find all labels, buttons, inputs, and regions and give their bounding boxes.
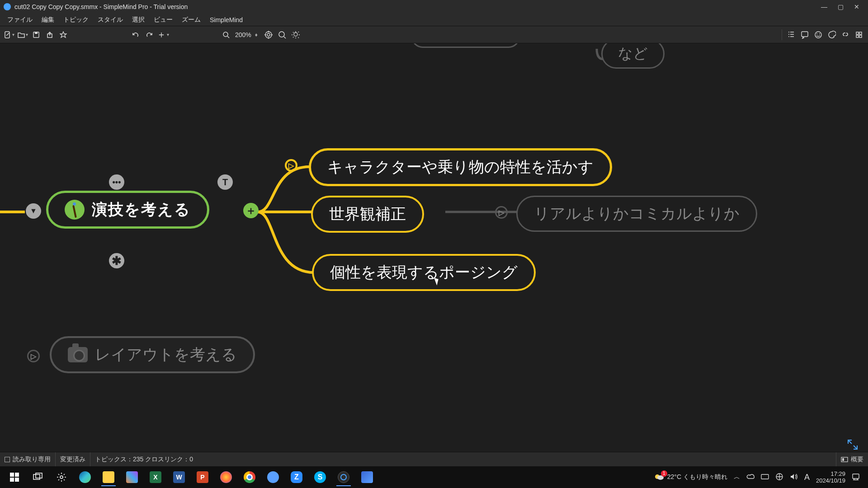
svg-rect-18: [842, 458, 844, 461]
node-label: 個性を表現するポージング: [330, 262, 518, 283]
mail-app[interactable]: [264, 468, 282, 486]
svg-rect-13: [856, 32, 859, 34]
edge-app[interactable]: [76, 468, 94, 486]
node-dim-top[interactable]: など: [601, 43, 665, 69]
favorite-button[interactable]: [58, 29, 69, 40]
windows-taskbar: X W P Z S 1 22°C くもり時々晴れ ︿ A 17:29 2024/…: [0, 466, 868, 488]
simplemind-app[interactable]: [335, 468, 353, 486]
start-button[interactable]: [5, 468, 24, 486]
node-child-3[interactable]: 個性を表現するポージング: [312, 254, 536, 291]
tray-clock[interactable]: 17:29 2024/10/19: [816, 470, 845, 484]
handle-play-dim-bottom[interactable]: ▷: [27, 350, 40, 362]
zoom-icon[interactable]: [221, 29, 231, 40]
node-child-2[interactable]: 世界観補正: [311, 196, 424, 233]
person-icon: [65, 200, 85, 220]
powerpoint-app[interactable]: P: [193, 468, 212, 486]
node-child-1[interactable]: キャラクターや乗り物の特性を活かす: [309, 148, 612, 186]
menu-edit[interactable]: 編集: [37, 15, 59, 25]
app-colorful[interactable]: [123, 468, 141, 486]
outline-panel-button[interactable]: [786, 29, 797, 40]
menu-simplemind[interactable]: SimpleMind: [205, 15, 247, 24]
zoom-level[interactable]: 200%: [235, 31, 251, 38]
svg-point-8: [294, 33, 297, 36]
menu-select[interactable]: 選択: [127, 15, 149, 25]
chrome-app[interactable]: [241, 468, 259, 486]
node-root[interactable]: 演技を考える: [46, 191, 209, 229]
minimize-button[interactable]: —: [821, 4, 827, 10]
weather-text: 22°C くもり時々晴れ: [667, 473, 727, 481]
zoom-app[interactable]: Z: [288, 468, 306, 486]
handle-more[interactable]: •••: [109, 174, 124, 190]
tray-network-icon[interactable]: [775, 473, 783, 482]
menu-bar: ファイル 編集 トピック スタイル 選択 ビュー ズーム SimpleMind: [0, 14, 868, 26]
tray-keyboard-icon[interactable]: [761, 474, 769, 481]
svg-rect-19: [10, 473, 14, 477]
node-label: リアルよりかコミカルよりか: [534, 203, 740, 224]
menu-topic[interactable]: トピック: [59, 15, 93, 25]
target-button[interactable]: [263, 29, 274, 40]
style-panel-button[interactable]: [854, 29, 864, 40]
skype-app[interactable]: S: [311, 468, 329, 486]
svg-rect-21: [10, 478, 14, 482]
handle-text[interactable]: T: [217, 174, 233, 190]
link-panel-button[interactable]: [840, 29, 851, 40]
open-folder-button[interactable]: [17, 29, 28, 40]
svg-point-11: [816, 33, 817, 34]
handle-add-child[interactable]: ＋: [243, 203, 259, 218]
maximize-button[interactable]: ▢: [837, 4, 844, 10]
explorer-app[interactable]: [99, 468, 118, 486]
settings-app[interactable]: [52, 468, 71, 486]
tray-chevron-icon[interactable]: ︿: [734, 473, 740, 481]
tray-notifications-icon[interactable]: [852, 473, 860, 482]
svg-point-10: [815, 32, 821, 38]
svg-rect-16: [859, 35, 862, 38]
svg-rect-15: [856, 35, 859, 38]
search-button[interactable]: [277, 29, 288, 40]
status-readonly[interactable]: 読み取り専用: [0, 452, 56, 466]
notes-panel-button[interactable]: [799, 29, 810, 40]
emoji-panel-button[interactable]: [813, 29, 824, 40]
mindmap-canvas[interactable]: など 演技を考える ••• T ✱ ▼ ＋ キャラクターや乗り物の特性を活かす …: [0, 43, 868, 474]
task-view-button[interactable]: [29, 468, 47, 486]
menu-view[interactable]: ビュー: [149, 15, 177, 25]
word-app[interactable]: W: [170, 468, 188, 486]
menu-zoom[interactable]: ズーム: [177, 15, 205, 25]
handle-play[interactable]: ▷: [285, 159, 297, 172]
save-button[interactable]: [31, 29, 42, 40]
close-button[interactable]: ✕: [854, 4, 860, 10]
resize-corner-icon[interactable]: [846, 438, 859, 451]
misc-app[interactable]: [358, 468, 376, 486]
share-button[interactable]: [44, 29, 55, 40]
status-topics-label: トピックス：235 クロスリンク：0: [95, 455, 193, 464]
node-dim-right[interactable]: リアルよりかコミカルよりか: [516, 196, 757, 232]
tray-cloud-icon[interactable]: [746, 474, 755, 481]
status-overview-label: 概要: [851, 455, 863, 464]
redo-button[interactable]: [144, 29, 155, 40]
undo-button[interactable]: [130, 29, 141, 40]
node-dim-partial[interactable]: [411, 43, 520, 48]
tray-volume-icon[interactable]: [790, 473, 798, 482]
palette-panel-button[interactable]: [826, 29, 837, 40]
tray-ime-icon[interactable]: A: [804, 473, 810, 482]
handle-note[interactable]: ✱: [109, 253, 124, 268]
svg-rect-24: [36, 473, 42, 478]
weather-widget[interactable]: 1 22°C くもり時々晴れ: [654, 472, 727, 483]
checkbox-icon[interactable]: [5, 457, 10, 462]
menu-style[interactable]: スタイル: [93, 15, 127, 25]
status-bar: 読み取り専用 変更済み トピックス：235 クロスリンク：0 概要: [0, 452, 868, 466]
handle-collapse[interactable]: ▼: [26, 203, 41, 219]
firefox-app[interactable]: [217, 468, 235, 486]
new-file-button[interactable]: [4, 29, 14, 40]
zoom-updown-icon[interactable]: ♦: [255, 32, 258, 38]
menu-file[interactable]: ファイル: [3, 15, 37, 25]
idea-button[interactable]: [290, 29, 301, 40]
window-controls: — ▢ ✕: [821, 4, 860, 10]
svg-rect-22: [15, 478, 19, 482]
add-topic-button[interactable]: ＋: [157, 29, 168, 40]
title-bar: cut02 Copy Copy Copy.smmx - SimpleMind P…: [0, 0, 868, 14]
status-overview[interactable]: 概要: [836, 452, 868, 466]
status-modified: 変更済み: [56, 452, 90, 466]
handle-play-dim[interactable]: ▷: [495, 206, 508, 219]
node-dim-bottom[interactable]: レイアウトを考える: [50, 336, 255, 373]
excel-app[interactable]: X: [146, 468, 165, 486]
